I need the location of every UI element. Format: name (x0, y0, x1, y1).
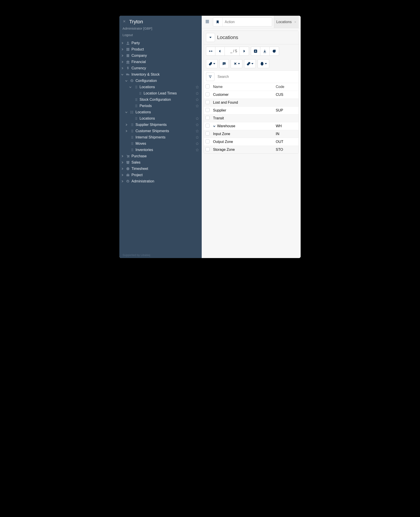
new-button[interactable] (251, 47, 260, 56)
nav-item[interactable]: Stock Configuration (119, 97, 202, 103)
close-icon[interactable] (122, 20, 126, 24)
star-icon[interactable] (194, 117, 200, 120)
bookmark-icon[interactable] (213, 18, 223, 26)
star-icon[interactable] (194, 135, 200, 139)
main-area: Locations Locations (202, 16, 301, 258)
next-button[interactable] (240, 47, 249, 56)
chevron-right-icon[interactable] (119, 180, 125, 182)
chevron-right-icon[interactable] (119, 161, 125, 164)
hamburger-icon[interactable] (203, 18, 211, 26)
nav-item[interactable]: Currency (119, 65, 202, 71)
nav-item[interactable]: Product (119, 46, 202, 52)
nav-item[interactable]: Configuration (119, 78, 202, 84)
table-row[interactable]: Transit (204, 114, 299, 122)
table-row[interactable]: Output ZoneOUT (204, 138, 299, 146)
locations-panel: Locations / 5 (203, 30, 299, 154)
nav-item[interactable]: Supplier Shipments (119, 122, 202, 128)
nav-item[interactable]: Location Lead Times (119, 90, 202, 97)
select-all-checkbox[interactable] (205, 84, 210, 88)
notes-button[interactable] (219, 59, 229, 68)
search-input[interactable] (217, 73, 297, 81)
row-checkbox[interactable] (205, 108, 210, 112)
table-row[interactable]: SupplierSUP (204, 107, 299, 114)
row-name: Supplier (213, 108, 226, 112)
svg-rect-9 (128, 55, 129, 56)
star-icon[interactable] (194, 98, 200, 101)
table-row[interactable]: CustomerCUS (204, 91, 299, 99)
nav-item[interactable]: Inventories (119, 147, 202, 153)
star-icon[interactable] (194, 142, 200, 145)
chevron-down-icon[interactable] (128, 86, 133, 88)
chevron-right-icon[interactable] (123, 130, 129, 132)
nav-item[interactable]: Periods (119, 103, 202, 109)
nav-item[interactable]: Sales (119, 159, 202, 166)
chevron-down-icon[interactable] (119, 73, 125, 76)
row-checkbox[interactable] (205, 139, 210, 143)
nav-item[interactable]: Financial (119, 59, 202, 65)
row-checkbox[interactable] (205, 92, 210, 96)
nav-item[interactable]: Inventory & Stock (119, 71, 202, 78)
nav-item[interactable]: Administration (119, 178, 202, 184)
nav-item[interactable]: Customer Shipments (119, 128, 202, 134)
cart-icon (125, 154, 131, 158)
nav-item[interactable]: Purchase (119, 153, 202, 159)
switch-view-button[interactable] (206, 47, 215, 56)
logout-link[interactable]: Logout (119, 31, 202, 39)
chevron-right-icon[interactable] (119, 174, 125, 176)
nav-item[interactable]: Locations (119, 115, 202, 122)
chevron-right-icon[interactable] (119, 168, 125, 170)
chevron-right-icon[interactable] (119, 42, 125, 44)
nav-item[interactable]: Project (119, 172, 202, 178)
relate-button[interactable] (244, 59, 256, 68)
nav-item[interactable]: Internal Shipments (119, 134, 202, 141)
row-checkbox[interactable] (205, 147, 210, 151)
table-row[interactable]: Input ZoneIN (204, 130, 299, 138)
prev-button[interactable] (215, 47, 225, 56)
attach-button[interactable] (206, 59, 218, 68)
col-name[interactable]: Name (211, 83, 274, 91)
nav-item[interactable]: Company (119, 52, 202, 59)
tree-toggle-icon[interactable] (213, 125, 216, 127)
tab-close-icon[interactable] (294, 21, 297, 23)
col-code[interactable]: Code (274, 83, 299, 91)
actions-button[interactable] (231, 59, 242, 68)
nav-label: Sales (131, 160, 200, 165)
chevron-down-icon[interactable] (123, 80, 129, 82)
star-icon[interactable] (194, 91, 200, 95)
chevron-right-icon[interactable] (119, 67, 125, 69)
row-checkbox[interactable] (205, 100, 210, 104)
footer-prefix: Supported by (122, 253, 141, 257)
row-checkbox[interactable] (205, 132, 210, 135)
save-button[interactable] (260, 47, 270, 56)
chevron-right-icon[interactable] (119, 61, 125, 63)
action-input[interactable] (223, 20, 272, 24)
chevron-right-icon[interactable] (119, 155, 125, 157)
star-icon[interactable] (194, 85, 200, 89)
panel-menu-button[interactable] (206, 33, 215, 42)
print-button[interactable] (258, 59, 269, 68)
reload-button[interactable] (270, 47, 279, 56)
star-icon[interactable] (194, 129, 200, 133)
nav-item[interactable]: Moves (119, 141, 202, 147)
nav-item[interactable]: Locations (119, 109, 202, 115)
nav-item[interactable]: Timesheet (119, 166, 202, 172)
row-checkbox[interactable] (205, 116, 210, 120)
nav-item[interactable]: Party (119, 40, 202, 46)
chevron-right-icon[interactable] (123, 124, 129, 126)
filter-button[interactable] (206, 73, 215, 81)
table-row[interactable]: Lost and Found (204, 99, 299, 107)
nav-item[interactable]: Locations (119, 84, 202, 90)
row-checkbox[interactable] (205, 124, 210, 128)
star-icon[interactable] (194, 123, 200, 127)
chevron-right-icon[interactable] (119, 48, 125, 51)
page-input[interactable] (227, 49, 232, 53)
action-box[interactable] (213, 17, 272, 26)
table-row[interactable]: Storage ZoneSTO (204, 146, 299, 154)
star-icon[interactable] (194, 148, 200, 152)
star-icon[interactable] (194, 104, 200, 108)
table-row[interactable]: WarehouseWH (204, 122, 299, 130)
tab-locations[interactable]: Locations (274, 16, 299, 28)
row-name: Transit (213, 116, 224, 120)
chevron-down-icon[interactable] (123, 111, 129, 113)
chevron-right-icon[interactable] (119, 54, 125, 57)
